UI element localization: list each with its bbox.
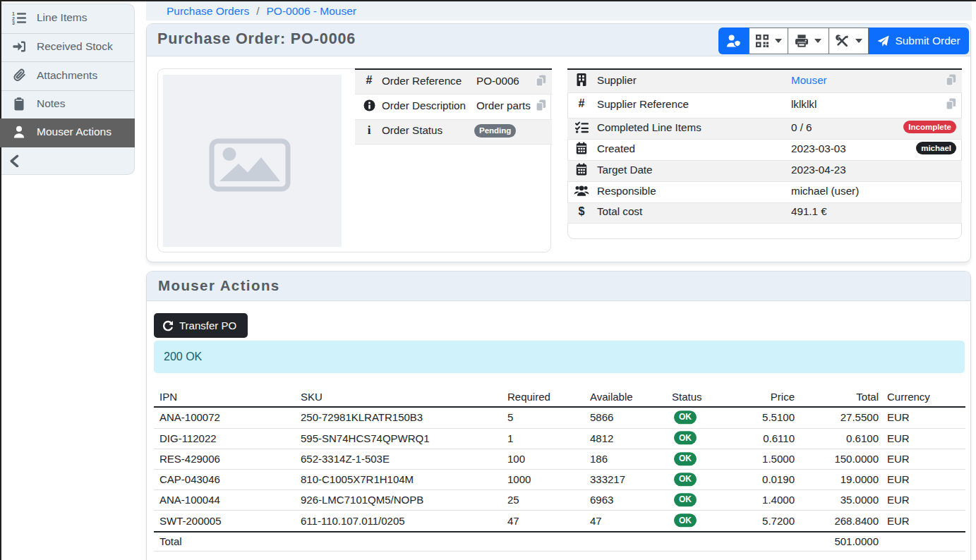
svg-text:3: 3 bbox=[12, 20, 15, 25]
